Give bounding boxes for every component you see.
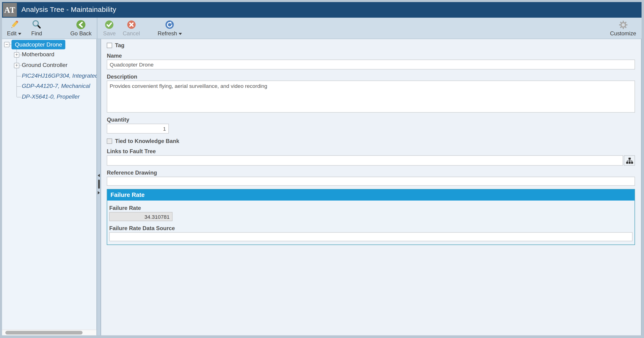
go-back-button[interactable]: Go Back	[70, 19, 92, 37]
pencil-icon	[8, 19, 20, 30]
green-check-circle-icon	[103, 19, 116, 30]
tag-label: Tag	[115, 42, 124, 49]
scrollbar-thumb[interactable]	[5, 331, 82, 335]
gear-icon	[617, 19, 629, 30]
save-button[interactable]: Save	[103, 19, 116, 37]
splitter-grip-icon	[98, 180, 100, 189]
failure-rate-label: Failure Rate	[109, 205, 632, 211]
quantity-input[interactable]	[107, 124, 169, 133]
tree-guide-line	[17, 86, 21, 87]
edit-button[interactable]: Edit	[7, 19, 21, 37]
find-button-label: Find	[31, 31, 42, 37]
description-input[interactable]: Provides convenient flying, aerial surve…	[107, 81, 635, 113]
tree-guide-line	[19, 55, 22, 55]
tree-node-link[interactable]: DP-X5641-0, Propeller	[22, 93, 80, 100]
tied-to-knowledge-bank-checkbox[interactable]	[107, 139, 112, 144]
tree-guide-line	[10, 44, 12, 45]
quantity-label: Quantity	[107, 117, 635, 123]
links-to-fault-tree-label: Links to Fault Tree	[107, 148, 635, 155]
toolbar-right-group: Save Cancel	[97, 18, 642, 39]
tag-checkbox[interactable]	[107, 43, 112, 48]
edit-button-label: Edit	[7, 31, 16, 37]
cancel-button-label: Cancel	[123, 31, 140, 37]
toolbar: Edit Find	[2, 18, 642, 39]
magnifier-icon	[30, 19, 43, 30]
collapse-icon[interactable]: −	[4, 42, 10, 47]
name-input[interactable]	[107, 60, 635, 69]
failure-rate-section: Failure Rate Failure Rate Failure Rate D…	[107, 189, 635, 245]
properties-form: Tag Name Description Provides convenient…	[101, 39, 635, 245]
blue-refresh-circle-icon	[164, 19, 176, 30]
tree-sidebar: − Quadcopter Drone + Motherboard + Groun…	[2, 39, 97, 335]
failure-rate-data-source-label: Failure Rate Data Source	[109, 225, 632, 231]
tree-node-link[interactable]: PIC24HJ16GP304, Integrated Circuit	[22, 72, 97, 79]
expand-right-icon	[98, 191, 100, 194]
expand-icon[interactable]: +	[14, 52, 19, 58]
app-logo: AT	[3, 3, 17, 17]
save-button-label: Save	[103, 31, 116, 37]
go-back-button-label: Go Back	[70, 31, 92, 37]
failure-rate-value-field	[109, 212, 172, 221]
failure-rate-data-source-input[interactable]	[109, 232, 632, 241]
sidebar-horizontal-scrollbar[interactable]	[2, 330, 97, 336]
failure-rate-section-body: Failure Rate Failure Rate Data Source	[107, 201, 634, 244]
title-bar: AT Analysis Tree - Maintainability	[2, 2, 642, 18]
app-window-stage: AT Analysis Tree - Maintainability	[0, 0, 644, 338]
name-label: Name	[107, 53, 635, 59]
refresh-button-label: Refresh	[158, 31, 177, 37]
links-to-fault-tree-row	[107, 155, 635, 166]
sitemap-icon	[626, 157, 633, 164]
green-back-circle-icon	[75, 19, 87, 30]
analysis-tree: − Quadcopter Drone + Motherboard + Groun…	[2, 39, 97, 330]
collapse-left-icon	[98, 174, 100, 177]
knowledge-bank-checkbox-row: Tied to Knowledge Bank	[107, 138, 635, 144]
panel-splitter[interactable]	[97, 39, 101, 335]
toolbar-left-group: Edit Find	[2, 18, 97, 39]
tree-node[interactable]: Ground Controller	[22, 62, 68, 68]
chevron-down-icon	[179, 33, 182, 35]
tag-checkbox-row: Tag	[107, 42, 635, 49]
red-x-circle-icon	[125, 19, 138, 30]
refresh-button[interactable]: Refresh	[158, 19, 182, 37]
tree-node-selected[interactable]: Quadcopter Drone	[12, 40, 66, 49]
tree-guide-line	[17, 97, 21, 97]
tree-guide-line	[17, 76, 21, 77]
failure-rate-section-header: Failure Rate	[107, 189, 634, 201]
tied-to-knowledge-bank-label: Tied to Knowledge Bank	[115, 138, 179, 144]
reference-drawing-label: Reference Drawing	[107, 170, 635, 176]
detail-panel: Tag Name Description Provides convenient…	[101, 39, 642, 335]
description-label: Description	[107, 74, 635, 80]
expand-icon[interactable]: +	[14, 63, 19, 68]
links-to-fault-tree-input[interactable]	[107, 155, 623, 166]
cancel-button[interactable]: Cancel	[123, 19, 140, 37]
window-title: Analysis Tree - Maintainability	[21, 6, 116, 14]
tree-guide-line	[19, 65, 22, 66]
customize-button-label: Customize	[610, 31, 636, 37]
open-fault-tree-button[interactable]	[624, 155, 635, 166]
reference-drawing-input[interactable]	[107, 177, 635, 186]
tree-node-link[interactable]: GDP-A4120-7, Mechanical	[22, 83, 90, 89]
chevron-down-icon	[18, 33, 21, 35]
customize-button[interactable]: Customize	[610, 19, 636, 37]
app-window: AT Analysis Tree - Maintainability	[0, 0, 644, 338]
splitter-handle[interactable]	[97, 174, 100, 194]
find-button[interactable]: Find	[30, 19, 43, 37]
tree-node[interactable]: Motherboard	[22, 51, 54, 58]
